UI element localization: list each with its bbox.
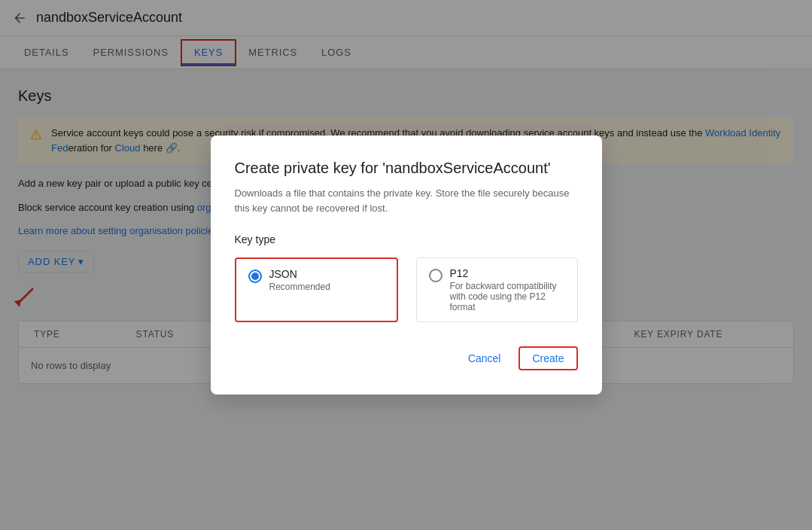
cancel-button[interactable]: Cancel	[456, 346, 513, 370]
p12-radio[interactable]	[429, 269, 442, 282]
key-type-label: Key type	[235, 233, 578, 245]
key-type-options: JSON Recommended P12 For backward compat…	[235, 257, 578, 322]
create-key-modal: Create private key for 'nandboxServiceAc…	[211, 136, 602, 394]
create-button[interactable]: Create	[519, 346, 577, 370]
modal-overlay: Create private key for 'nandboxServiceAc…	[0, 0, 812, 530]
json-sublabel: Recommended	[269, 282, 330, 292]
key-type-p12[interactable]: P12 For backward compatibility with code…	[416, 257, 578, 322]
key-type-json[interactable]: JSON Recommended	[235, 257, 398, 322]
p12-sublabel: For backward compatibility with code usi…	[450, 281, 565, 312]
p12-label: P12	[450, 267, 565, 279]
modal-title: Create private key for 'nandboxServiceAc…	[235, 160, 578, 177]
json-radio[interactable]	[248, 270, 262, 283]
json-radio-inner	[251, 273, 259, 280]
modal-description: Downloads a file that contains the priva…	[235, 186, 578, 215]
modal-actions: Cancel Create	[235, 346, 578, 370]
json-label: JSON	[269, 268, 330, 280]
